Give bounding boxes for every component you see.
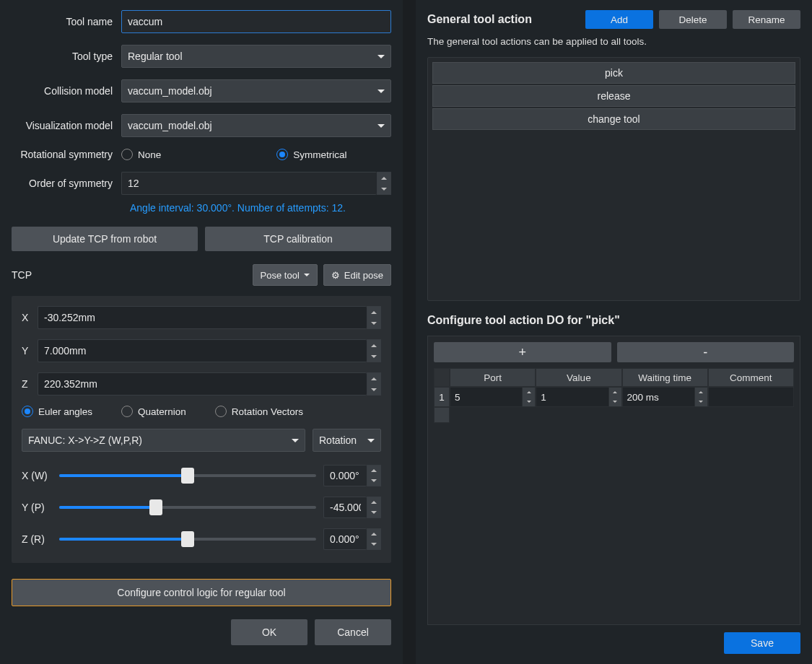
save-button[interactable]: Save	[724, 632, 800, 654]
rotation-vectors-label: Rotation Vectors	[232, 406, 303, 417]
symmetry-none-label: None	[138, 149, 161, 160]
z-label: Z	[22, 378, 38, 390]
spinner-down-icon[interactable]	[609, 397, 621, 406]
update-tcp-button[interactable]: Update TCP from robot	[12, 227, 198, 251]
xw-slider[interactable]	[59, 468, 316, 483]
spinner-up-icon[interactable]	[367, 307, 380, 318]
symmetry-symmetrical-radio[interactable]: Symmetrical	[276, 149, 346, 160]
spinner-down-icon[interactable]	[523, 397, 535, 406]
visualization-model-label: Visualization model	[12, 120, 121, 131]
spinner-up-icon[interactable]	[367, 466, 380, 476]
tool-type-select[interactable]: Regular tool	[121, 45, 391, 68]
chevron-down-icon	[377, 124, 385, 128]
configure-control-logic-button[interactable]: Configure control logic for regular tool	[12, 579, 391, 606]
do-minus-button[interactable]: -	[617, 342, 795, 362]
spinner-up-icon[interactable]	[367, 340, 380, 351]
spinner-up-icon[interactable]	[609, 388, 621, 397]
visualization-model-select[interactable]: vaccum_model.obj	[121, 114, 391, 137]
zr-value-spinner[interactable]	[323, 528, 381, 550]
do-header-index	[434, 368, 450, 387]
visualization-model-value: vaccum_model.obj	[128, 120, 212, 131]
radio-icon	[215, 406, 227, 417]
rotation-vectors-radio[interactable]: Rotation Vectors	[215, 406, 303, 417]
collision-model-select[interactable]: vaccum_model.obj	[121, 79, 391, 102]
spinner-down-icon[interactable]	[377, 183, 390, 194]
euler-radio[interactable]: Euler angles	[22, 406, 92, 417]
do-table: Port Value Waiting time Comment 1 5 1	[434, 368, 794, 423]
do-port-value[interactable]: 5	[450, 388, 522, 406]
rotational-symmetry-label: Rotational symmetry	[12, 149, 121, 160]
do-row-empty-index	[434, 407, 450, 423]
yp-value-input[interactable]	[323, 497, 367, 518]
do-port-spinner[interactable]: 5	[450, 388, 535, 406]
do-wait-spinner[interactable]: 200 ms	[623, 388, 707, 406]
pose-tool-dropdown[interactable]: Pose tool	[253, 264, 318, 286]
delete-button[interactable]: Delete	[659, 10, 727, 29]
order-of-symmetry-input[interactable]	[121, 172, 377, 195]
action-item-pick[interactable]: pick	[432, 62, 795, 84]
symmetry-symmetrical-label: Symmetrical	[293, 149, 346, 160]
action-item-change-tool[interactable]: change tool	[432, 108, 795, 130]
spinner-down-icon[interactable]	[367, 507, 380, 517]
yp-value-spinner[interactable]	[323, 497, 381, 518]
tcp-title: TCP	[12, 269, 32, 281]
order-of-symmetry-label: Order of symmetry	[12, 178, 121, 189]
chevron-down-icon	[377, 89, 385, 93]
action-item-release[interactable]: release	[432, 85, 795, 107]
rotation-select[interactable]: Rotation	[313, 429, 381, 452]
euler-convention-value: FANUC: X->Y->Z (W,P,R)	[28, 434, 142, 446]
pose-tool-label: Pose tool	[261, 270, 300, 281]
ok-button[interactable]: OK	[231, 619, 307, 645]
yp-slider[interactable]	[59, 500, 316, 515]
spinner-down-icon[interactable]	[367, 351, 380, 362]
x-spinner[interactable]	[38, 306, 381, 329]
spinner-down-icon[interactable]	[367, 384, 380, 395]
tool-type-value: Regular tool	[128, 51, 183, 62]
symmetry-none-radio[interactable]: None	[121, 149, 161, 160]
tool-name-label: Tool name	[12, 16, 121, 27]
xw-value-input[interactable]	[323, 465, 367, 486]
spinner-down-icon[interactable]	[695, 397, 707, 406]
tool-name-input[interactable]	[121, 10, 391, 33]
xw-value-spinner[interactable]	[323, 465, 381, 486]
do-header-wait: Waiting time	[622, 368, 708, 387]
tcp-calibration-button[interactable]: TCP calibration	[205, 227, 391, 251]
configure-do-title: Configure tool action DO for "pick"	[427, 314, 800, 327]
radio-icon	[22, 406, 33, 417]
add-button[interactable]: Add	[585, 10, 653, 29]
do-comment-input[interactable]	[709, 388, 793, 406]
y-spinner[interactable]	[38, 339, 381, 362]
spinner-down-icon[interactable]	[367, 318, 380, 328]
zr-slider[interactable]	[59, 532, 316, 546]
z-spinner[interactable]	[38, 372, 381, 396]
do-header-port: Port	[450, 368, 536, 387]
cancel-button[interactable]: Cancel	[315, 619, 391, 645]
quaternion-radio[interactable]: Quaternion	[121, 406, 186, 417]
do-value-spinner[interactable]: 1	[536, 388, 621, 406]
spinner-up-icon[interactable]	[377, 172, 390, 183]
spinner-up-icon[interactable]	[695, 388, 707, 397]
euler-convention-select[interactable]: FANUC: X->Y->Z (W,P,R)	[22, 429, 305, 452]
spinner-up-icon[interactable]	[523, 388, 535, 397]
y-input[interactable]	[38, 339, 367, 362]
edit-pose-button[interactable]: Edit pose	[323, 264, 391, 286]
spinner-up-icon[interactable]	[367, 497, 380, 507]
spinner-down-icon[interactable]	[367, 476, 380, 486]
spinner-down-icon[interactable]	[367, 539, 380, 549]
collision-model-value: vaccum_model.obj	[128, 85, 212, 97]
x-input[interactable]	[38, 306, 367, 329]
chevron-down-icon	[377, 55, 385, 58]
z-input[interactable]	[38, 372, 367, 396]
chevron-down-icon	[304, 274, 310, 276]
zr-value-input[interactable]	[323, 528, 367, 550]
chevron-down-icon	[367, 439, 375, 442]
general-tool-action-panel: General tool action Add Delete Rename Th…	[416, 0, 812, 664]
spinner-up-icon[interactable]	[367, 529, 380, 539]
do-plus-button[interactable]: +	[434, 342, 611, 362]
rename-button[interactable]: Rename	[733, 10, 800, 29]
do-wait-value[interactable]: 200 ms	[623, 388, 694, 406]
gear-icon	[331, 270, 340, 281]
do-value-value[interactable]: 1	[536, 388, 608, 406]
order-of-symmetry-spinner[interactable]	[121, 172, 391, 195]
spinner-up-icon[interactable]	[367, 373, 380, 384]
